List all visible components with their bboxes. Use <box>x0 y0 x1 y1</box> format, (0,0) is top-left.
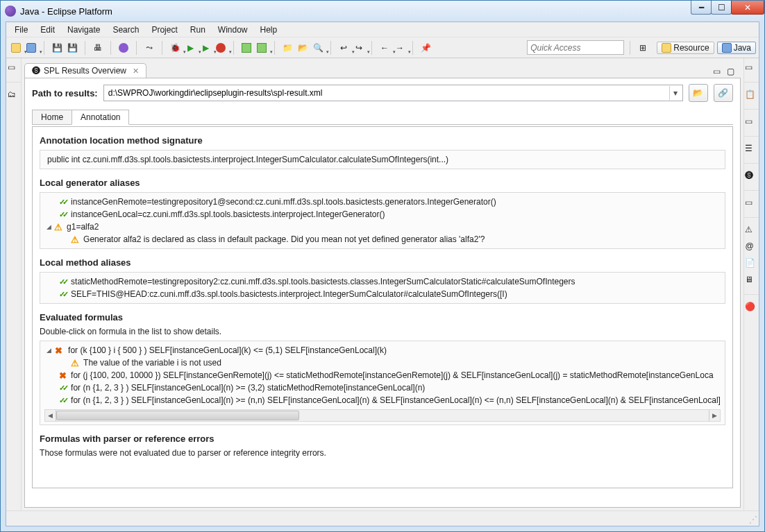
annotation-next-button[interactable]: ↪ <box>352 41 366 55</box>
perspective-java[interactable]: Java <box>717 42 756 54</box>
scroll-right-icon[interactable]: ▶ <box>709 410 720 421</box>
search-button[interactable]: 🔍 <box>311 41 325 55</box>
formula-item[interactable]: for (j {100, 200, 10000 }) SELF[instance… <box>44 369 721 381</box>
content-scroll[interactable]: Annotation location method signature pub… <box>32 126 733 488</box>
restore-view-icon[interactable]: ▭ <box>745 117 757 129</box>
restore-view-icon[interactable]: ▭ <box>745 62 757 75</box>
collapse-icon[interactable]: ◢ <box>44 347 53 354</box>
outline-icon[interactable]: ☰ <box>745 144 757 156</box>
view-tab-spl-results[interactable]: 🅢 SPL Results Overview ✕ <box>24 63 146 78</box>
minimize-button[interactable]: ━ <box>691 1 712 15</box>
ok-icon <box>57 395 68 406</box>
back-button[interactable]: ← <box>378 41 392 55</box>
method-item[interactable]: staticMethodRemote=testingrepository2:cz… <box>44 275 721 288</box>
eval-hint: Double-click on formula in the list to s… <box>40 327 725 336</box>
menu-file[interactable]: File <box>9 24 33 36</box>
menu-navigate[interactable]: Navigate <box>62 24 106 36</box>
problems-icon[interactable]: ⚠ <box>745 225 757 237</box>
scroll-left-icon[interactable]: ◀ <box>45 410 56 421</box>
titlebar: Java - Eclipse Platform ━ ☐ ✕ <box>1 1 764 22</box>
formula-item[interactable]: for (n {1, 2, 3 } ) SELF[instanceGenLoca… <box>44 394 721 406</box>
formula-item[interactable]: for (n {1, 2, 3 } ) SELF[instanceGenLoca… <box>44 381 721 394</box>
restore-view-icon[interactable]: ▭ <box>8 62 20 75</box>
ok-icon <box>57 382 68 393</box>
statusbar: ⋰ <box>6 510 759 526</box>
close-button[interactable]: ✕ <box>731 1 764 15</box>
scrollbar-thumb[interactable] <box>56 411 299 420</box>
method-item[interactable]: SELF=THIS@HEAD:cz.cuni.mff.d3s.spl.tools… <box>44 288 721 300</box>
restore-view-icon[interactable]: ▭ <box>745 198 757 210</box>
menu-run[interactable]: Run <box>185 24 211 36</box>
window-title: Java - Eclipse Platform <box>20 6 112 17</box>
warning-icon <box>69 234 81 245</box>
generator-item[interactable]: ◢g1=alfa2 <box>44 221 721 233</box>
print-button[interactable]: 🖶 <box>91 41 105 55</box>
menu-edit[interactable]: Edit <box>35 24 60 36</box>
javadoc-icon[interactable]: @ <box>745 241 757 254</box>
right-trim-stack: ▭ 📋 ▭ ☰ 🅢 ▭ ⚠ @ 📄 🖥 🔴 <box>743 58 759 510</box>
generator-item[interactable]: instanceGenLocal=cz.cuni.mff.d3s.spl.too… <box>44 208 721 221</box>
build-button[interactable] <box>117 41 131 55</box>
menu-project[interactable]: Project <box>146 24 183 36</box>
generator-detail[interactable]: Generator alfa2 is declared as class in … <box>44 233 721 246</box>
forward-button[interactable]: → <box>393 41 407 55</box>
signature-box: public int cz.cuni.mff.d3s.spl.tools.bas… <box>40 150 725 169</box>
warning-icon <box>53 221 64 232</box>
minimize-view-button[interactable]: ▭ <box>713 67 724 78</box>
new-button[interactable] <box>9 41 23 55</box>
package-explorer-icon[interactable]: 🗂 <box>8 89 20 102</box>
open-type-button[interactable]: 📁 <box>280 41 294 55</box>
run-last-button[interactable]: ▶ <box>199 41 212 55</box>
menubar: File Edit Navigate Search Project Run Wi… <box>6 22 759 37</box>
view-body: Path to results: ▾ 📂 🔗 Home Annotation <box>24 78 741 508</box>
close-tab-icon[interactable]: ✕ <box>133 67 139 76</box>
ok-icon <box>57 289 68 300</box>
subtabs: Home Annotation <box>32 109 733 125</box>
quick-access-input[interactable] <box>527 40 624 55</box>
spl-icon[interactable]: 🅢 <box>745 171 757 183</box>
heading-evaluated-formulas: Evaluated formulas <box>40 312 725 323</box>
debug-skip-button[interactable]: ⤳ <box>142 41 156 55</box>
heading-local-generators: Local generator aliases <box>40 178 725 188</box>
warning-icon <box>69 357 81 368</box>
formula-detail[interactable]: The value of the variable i is not used <box>44 357 721 369</box>
maximize-view-button[interactable]: ▢ <box>727 67 738 78</box>
left-trim-stack: ▭ 🗂 <box>6 58 22 510</box>
console-icon[interactable]: 🖥 <box>745 275 757 287</box>
debug-button[interactable]: 🐞 <box>168 41 182 55</box>
menu-search[interactable]: Search <box>107 24 144 36</box>
open-task-button[interactable]: 📂 <box>296 41 310 55</box>
declaration-icon[interactable]: 📄 <box>745 258 757 271</box>
path-dropdown-icon[interactable]: ▾ <box>669 86 682 100</box>
task-list-icon[interactable]: 📋 <box>745 89 757 102</box>
heading-formula-errors: Formulas with parser or reference errors <box>40 434 725 444</box>
pin-editor-button[interactable]: 📌 <box>419 41 432 55</box>
browse-button[interactable]: 📂 <box>689 84 708 102</box>
menu-help[interactable]: Help <box>255 24 283 36</box>
external-tools-button[interactable] <box>214 41 228 55</box>
maximize-button[interactable]: ☐ <box>711 1 732 15</box>
error-hint: Those formulas were not evaluated due to… <box>40 448 725 458</box>
open-perspective-button[interactable]: ⊞ <box>636 41 650 55</box>
perspective-resource[interactable]: Resource <box>657 42 714 54</box>
error-log-icon[interactable]: 🔴 <box>745 302 757 314</box>
heading-annotation-location: Annotation location method signature <box>40 135 725 146</box>
subtab-home[interactable]: Home <box>32 110 72 125</box>
new-java-package-button[interactable] <box>255 41 269 55</box>
new-package-button[interactable] <box>24 41 38 55</box>
new-java-class-button[interactable] <box>239 41 253 55</box>
save-all-button[interactable]: 💾 <box>65 41 79 55</box>
annotation-prev-button[interactable]: ↩ <box>337 41 351 55</box>
formula-item[interactable]: ◢for (k {100 } i { 500 } ) SELF[instance… <box>44 344 721 357</box>
save-button[interactable]: 💾 <box>50 41 64 55</box>
resize-grip-icon[interactable]: ⋰ <box>749 515 756 524</box>
menu-window[interactable]: Window <box>212 24 253 36</box>
run-button[interactable]: ▶ <box>183 41 197 55</box>
app-frame: File Edit Navigate Search Project Run Wi… <box>6 22 759 526</box>
refresh-button[interactable]: 🔗 <box>714 84 733 102</box>
collapse-icon[interactable]: ◢ <box>44 223 53 230</box>
generator-item[interactable]: instanceGenRemote=testingrepository1@sec… <box>44 196 721 208</box>
path-input[interactable] <box>103 85 683 101</box>
subtab-annotation[interactable]: Annotation <box>72 110 129 125</box>
horizontal-scrollbar[interactable]: ◀ ▶ <box>44 409 721 422</box>
